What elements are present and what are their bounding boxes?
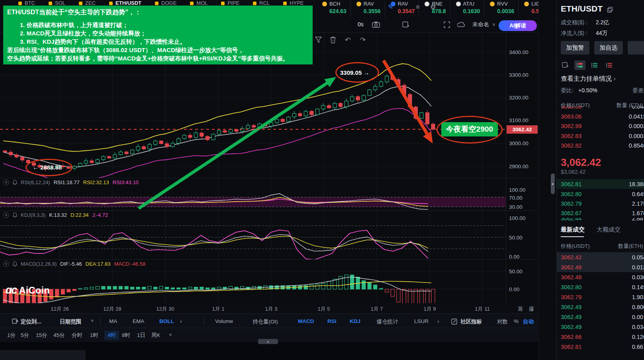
call-ellipse-annotation[interactable]: [437, 116, 503, 144]
locate-icon[interactable]: [12, 318, 18, 324]
bid-row[interactable]: 3062.800.649: [556, 189, 644, 199]
replay-timer[interactable]: 0s: [358, 21, 364, 27]
orderbook-bids-icon[interactable]: [589, 60, 600, 70]
kdj-name[interactable]: KDJ(9,3,3): [21, 212, 45, 218]
orderbook-asks-icon[interactable]: [604, 60, 615, 70]
copy-icon[interactable]: [607, 7, 613, 13]
add-frame-icon[interactable]: [560, 60, 571, 70]
timeframe-45分[interactable]: 45分: [53, 332, 65, 339]
log-scale-toggle[interactable]: 对数: [497, 318, 508, 325]
chevron-right-icon[interactable]: ›: [437, 318, 439, 324]
liquidation-stats-toggle[interactable]: 爆仓统计: [377, 318, 398, 325]
tab-latest-trades[interactable]: 最新成交: [561, 226, 585, 237]
ticker-tab-zec[interactable]: ZEC: [79, 0, 96, 6]
ticker-tab-hype[interactable]: HYPE: [283, 0, 303, 6]
trade-row[interactable]: 3062.490.800: [556, 302, 644, 312]
bid-row[interactable]: 3062.671.678: [556, 208, 644, 218]
quote-bch[interactable]: BCH624.63: [317, 1, 350, 18]
lsur-toggle[interactable]: LSUR: [414, 318, 429, 324]
trade-row[interactable]: 3062.810.661: [556, 342, 644, 352]
percent-scale-toggle[interactable]: %: [514, 318, 519, 324]
timeframe-5分[interactable]: 5分: [21, 332, 29, 339]
locate-button[interactable]: 定位到...: [21, 318, 41, 325]
screenshot-icon[interactable]: [372, 21, 380, 28]
gear-icon[interactable]: ⚙: [430, 3, 436, 12]
timeframe-1时[interactable]: 1时: [90, 332, 98, 339]
alert-bell-icon[interactable]: [13, 261, 17, 267]
collapse-icon[interactable]: ∨: [3, 212, 9, 218]
add-alert-button[interactable]: 加预警: [561, 41, 589, 54]
add-frame-icon[interactable]: [402, 21, 409, 27]
quote-rvv[interactable]: RVV0.0036: [484, 1, 518, 18]
ai-analysis-button[interactable]: AI解读: [499, 20, 537, 31]
kdj-toggle[interactable]: KDJ: [350, 318, 360, 324]
ticker-tab-rcl[interactable]: RCL: [253, 0, 270, 6]
trade-row[interactable]: 3062.480.013: [556, 262, 644, 272]
ticker-tab-sol[interactable]: SOL: [49, 0, 65, 6]
date-range-button[interactable]: 日期范围: [60, 318, 81, 325]
trade-row[interactable]: 3062.791.903: [556, 292, 644, 302]
trade-row[interactable]: 3062.800.149: [556, 282, 644, 292]
bid-row[interactable]: 3062.442.887: [556, 218, 644, 223]
ma-toggle[interactable]: MA: [109, 318, 117, 324]
ema-toggle[interactable]: EMA: [133, 318, 144, 324]
bid-row[interactable]: 3062.792.175: [556, 198, 644, 208]
chip-distribution-toggle[interactable]: 筹: [518, 306, 523, 313]
quote-rav[interactable]: RAV0.3556: [350, 1, 385, 18]
liquidation-toggle[interactable]: 爆: [529, 306, 534, 313]
ticker-tab-ethusdt[interactable]: ETH/USDT: [109, 0, 141, 6]
alert-bell-icon[interactable]: [13, 180, 17, 185]
main-orders-link[interactable]: 查看主力挂单情况 ›: [561, 75, 616, 83]
ai-analysis-note[interactable]: ETH/USDT当前处于“空头主导的下跌趋势”，： 1. 价格跌破布林中轨，上升…: [3, 6, 313, 64]
timeframe-8时[interactable]: 8时: [122, 332, 130, 339]
trade-row[interactable]: 3062.420.054: [556, 252, 644, 262]
ticker-tab-pipe[interactable]: PIPE: [221, 0, 239, 6]
ticker-tab-btc[interactable]: BTC: [18, 0, 35, 6]
fullscreen-icon[interactable]: [444, 21, 450, 28]
ticker-tab-mol[interactable]: MOL: [190, 0, 207, 6]
quote-atu[interactable]: AT/U0.1630: [450, 1, 484, 18]
ask-row[interactable]: 3062.990.0003: [556, 121, 644, 131]
timeframe-close-button[interactable]: ×: [169, 332, 172, 338]
edit-indicator-icon[interactable]: [451, 319, 457, 325]
ask-row[interactable]: 3062.820.8546: [556, 141, 644, 151]
ticker-tab-doge[interactable]: DOGE: [155, 0, 176, 6]
collapse-icon[interactable]: ∨: [3, 261, 9, 267]
oi-toggle[interactable]: 持仓量(OI): [253, 318, 278, 325]
timeframe-15分[interactable]: 15分: [36, 332, 47, 339]
collapse-icon[interactable]: ∨: [3, 179, 9, 185]
chevron-right-icon[interactable]: ›: [180, 318, 182, 324]
community-indicators-button[interactable]: 社区指标: [460, 318, 482, 325]
trade-row[interactable]: 3062.480.030: [556, 272, 644, 282]
ask-row[interactable]: 3063.080.048: [556, 106, 644, 111]
chevron-down-icon[interactable]: ∨: [492, 20, 495, 29]
timeframe-4时[interactable]: 4时: [104, 331, 119, 340]
more-button-clipped[interactable]: [628, 41, 644, 54]
orderbook-both-icon[interactable]: [574, 60, 585, 70]
macd-toggle[interactable]: MACD: [298, 318, 314, 324]
trade-row[interactable]: 3062.490.001: [556, 312, 644, 322]
ask-row[interactable]: 3062.830.0003: [556, 131, 644, 141]
rsi-toggle[interactable]: RSI: [327, 318, 337, 324]
bid-row[interactable]: 3062.8118.388: [556, 179, 644, 189]
timeframe-周K[interactable]: 周K: [151, 332, 161, 339]
ask-row[interactable]: 3063.060.0415: [556, 111, 644, 121]
list-settings-icon[interactable]: ≡: [416, 3, 419, 12]
panel-expand-handle[interactable]: ▸: [551, 173, 555, 194]
layout-name[interactable]: 未命名: [472, 21, 489, 28]
collapse-panel-handle[interactable]: ▲: [258, 339, 278, 344]
add-watchlist-button[interactable]: 加自选: [594, 41, 623, 54]
cloud-icon[interactable]: [457, 22, 466, 27]
volume-toggle[interactable]: Volume: [215, 318, 233, 324]
rsi-name[interactable]: RSI(6,12,24): [21, 179, 50, 185]
macd-name[interactable]: MACD(12,26,9): [21, 261, 57, 267]
auto-scale-toggle[interactable]: 自动: [523, 318, 534, 325]
trade-row[interactable]: 3062.660.120: [556, 332, 644, 342]
tab-large-trades[interactable]: 大额成交: [597, 226, 621, 234]
timeframe-1日[interactable]: 1日: [137, 332, 145, 339]
trade-row[interactable]: 3062.490.034: [556, 322, 644, 332]
draw-pencil-icon[interactable]: ✎: [388, 3, 393, 12]
alert-bell-icon[interactable]: [13, 212, 17, 218]
timeframe-分时[interactable]: 分时: [72, 332, 82, 339]
boll-toggle[interactable]: BOLL: [159, 318, 174, 324]
